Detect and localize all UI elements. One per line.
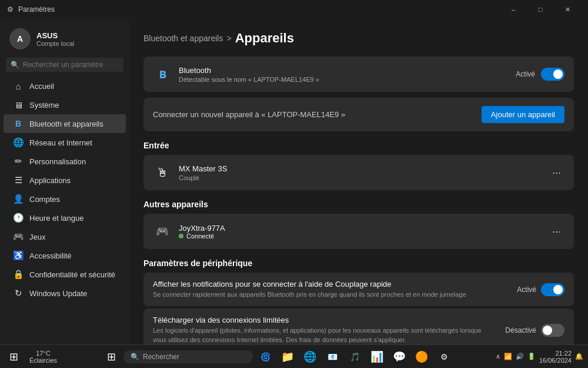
minimize-button[interactable]: – (500, 0, 527, 19)
taskbar-battery-icon: 🔋 (527, 353, 536, 360)
sidebar-item-label: Applications (29, 176, 71, 185)
telechargement-status-label: Désactivé (505, 326, 536, 334)
taskbar-app-5[interactable]: 🎵 (345, 347, 365, 367)
bluetooth-card: ʙ Bluetooth Détectable sous le nom « LAP… (143, 57, 574, 92)
connect-text: Connecter un nouvel appareil à « LAPTOP-… (153, 110, 345, 119)
taskbar-chevron-icon[interactable]: ∧ (496, 353, 500, 360)
joyxtra-menu-button[interactable]: ··· (549, 224, 564, 239)
joyxtra-left: 🎮 JoyXtra-977A Connecté (153, 222, 225, 241)
setting-telechargement-title: Télécharger via des connexions limitées (153, 316, 493, 324)
mx-master-status: Couplé (179, 174, 227, 181)
sidebar-item-accessibilite[interactable]: ♿ Accessibilité (4, 246, 126, 265)
app-body: A ASUS Compte local 🔍 ⌂ Accueil 🖥 Systèm… (0, 19, 588, 344)
taskbar-search-bar[interactable]: 🔍 Rechercher (123, 350, 253, 363)
sidebar-item-applications[interactable]: ☰ Applications (4, 171, 126, 190)
sidebar-user-info: ASUS Compte local (36, 31, 74, 47)
bluetooth-info: Bluetooth Détectable sous le nom « LAPTO… (179, 66, 319, 83)
taskbar-time-value: 21:22 (539, 350, 572, 357)
mx-master-menu-button[interactable]: ··· (549, 165, 564, 180)
setting-couplage-desc: Se connecter rapidement aux appareils Bl… (153, 290, 505, 299)
titlebar-controls: – □ ✕ (500, 0, 581, 19)
breadcrumb-parent[interactable]: Bluetooth et appareils (143, 34, 223, 43)
taskbar-app-2[interactable]: 📁 (278, 347, 298, 367)
taskbar-datetime[interactable]: 21:22 16/06/2024 (539, 350, 572, 364)
sidebar-user[interactable]: A ASUS Compte local (0, 24, 129, 58)
taskbar-search-label: Rechercher (143, 353, 179, 361)
setting-couplage: Afficher les notifications pour se conne… (143, 273, 574, 306)
sidebar-item-comptes[interactable]: 👤 Comptes (4, 190, 126, 208)
accounts-icon: 👤 (13, 194, 24, 204)
sidebar-item-label: Heure et langue (29, 214, 84, 223)
clock-icon: 🕐 (13, 213, 24, 223)
joyxtra-card: 🎮 JoyXtra-977A Connecté ··· (143, 214, 574, 249)
sidebar-item-reseau[interactable]: 🌐 Réseau et Internet (4, 133, 126, 152)
sidebar-item-heure[interactable]: 🕐 Heure et langue (4, 208, 126, 227)
joyxtra-status-label: Connecté (186, 233, 214, 240)
couplage-toggle[interactable] (541, 283, 564, 296)
sidebar-item-windows-update[interactable]: ↻ Windows Update (4, 284, 126, 303)
connected-dot (179, 234, 183, 238)
setting-telechargement-right: Désactivé (505, 324, 564, 337)
taskbar-right: ∧ 📶 🔊 🔋 21:22 16/06/2024 🔔 (491, 350, 588, 364)
taskbar: ⊞ 17°C Éclaircies ⊞ 🔍 Rechercher 🌀 📁 🌐 📧… (0, 344, 588, 368)
taskbar-volume-icon: 🔊 (516, 353, 524, 360)
setting-telechargement-info: Télécharger via des connexions limitées … (153, 316, 505, 344)
bluetooth-toggle[interactable] (541, 68, 564, 81)
taskbar-notification-icon[interactable]: 🔔 (575, 353, 583, 360)
search-input[interactable] (23, 61, 119, 69)
telechargement-toggle[interactable] (541, 324, 564, 337)
taskbar-app-4[interactable]: 📧 (322, 347, 342, 367)
taskbar-start-icon[interactable]: ⊞ (101, 347, 121, 367)
mx-master-name: MX Master 3S (179, 164, 227, 173)
sidebar-item-label: Comptes (29, 195, 60, 204)
sidebar-item-jeux[interactable]: 🎮 Jeux (4, 227, 126, 246)
bluetooth-card-right: Activé (516, 68, 564, 81)
taskbar-app-7[interactable]: 💬 (389, 347, 409, 367)
taskbar-center: ⊞ 🔍 Rechercher 🌀 📁 🌐 📧 🎵 📊 💬 🟠 ⚙ (64, 347, 491, 367)
setting-telechargement: Télécharger via des connexions limitées … (143, 309, 574, 344)
privacy-icon: 🔒 (13, 269, 24, 280)
taskbar-app-8[interactable]: 🟠 (412, 347, 432, 367)
accessibility-icon: ♿ (13, 250, 24, 261)
sidebar-item-accueil[interactable]: ⌂ Accueil (4, 77, 126, 95)
bluetooth-status-label: Activé (516, 70, 535, 78)
maximize-button[interactable]: □ (527, 0, 554, 19)
joyxtra-info: JoyXtra-977A Connecté (179, 224, 225, 240)
sidebar-item-systeme[interactable]: 🖥 Système (4, 95, 126, 114)
setting-couplage-title: Afficher les notifications pour se conne… (153, 280, 505, 289)
taskbar-app-6[interactable]: 📊 (367, 347, 387, 367)
bluetooth-icon: B (13, 118, 24, 129)
bluetooth-card-left: ʙ Bluetooth Détectable sous le nom « LAP… (153, 65, 319, 84)
taskbar-weather[interactable]: 17°C Éclaircies (26, 350, 61, 364)
search-box[interactable]: 🔍 (6, 58, 123, 72)
mx-master-card: 🖱 MX Master 3S Couplé ··· (143, 155, 574, 190)
update-icon: ↻ (13, 288, 24, 299)
content-area: Bluetooth et appareils > Appareils ʙ Blu… (129, 19, 588, 344)
games-icon: 🎮 (13, 231, 24, 242)
sidebar-item-label: Windows Update (29, 289, 87, 298)
sidebar-item-confidentialite[interactable]: 🔒 Confidentialité et sécurité (4, 265, 126, 284)
taskbar-app-1[interactable]: 🌀 (255, 347, 275, 367)
network-icon: 🌐 (13, 137, 24, 148)
breadcrumb-separator: > (226, 34, 231, 43)
autres-section-title: Autres appareils (143, 200, 574, 209)
weather-condition: Éclaircies (29, 357, 57, 364)
setting-couplage-info: Afficher les notifications pour se conne… (153, 280, 517, 299)
entree-section-title: Entrée (143, 141, 574, 150)
sidebar-item-perso[interactable]: ✏ Personnalisation (4, 152, 126, 171)
bluetooth-subtitle: Détectable sous le nom « LAPTOP-MAEL14E9… (179, 76, 319, 83)
taskbar-app-3[interactable]: 🌐 (300, 347, 320, 367)
add-device-button[interactable]: Ajouter un appareil (482, 106, 564, 123)
sidebar-item-bluetooth[interactable]: B Bluetooth et appareils (4, 114, 126, 133)
titlebar-left: ⚙ Paramètres (7, 5, 55, 14)
taskbar-app-9[interactable]: ⚙ (434, 347, 454, 367)
sidebar: A ASUS Compte local 🔍 ⌂ Accueil 🖥 Systèm… (0, 19, 129, 344)
close-button[interactable]: ✕ (554, 0, 581, 19)
breadcrumb: Bluetooth et appareils > Appareils (143, 31, 574, 46)
taskbar-wifi-icon: 📶 (504, 353, 512, 360)
sidebar-item-label: Confidentialité et sécurité (29, 270, 115, 279)
start-button[interactable]: ⊞ (4, 347, 24, 367)
personalization-icon: ✏ (13, 156, 24, 167)
mx-master-left: 🖱 MX Master 3S Couplé (153, 163, 227, 182)
home-icon: ⌂ (13, 81, 24, 91)
